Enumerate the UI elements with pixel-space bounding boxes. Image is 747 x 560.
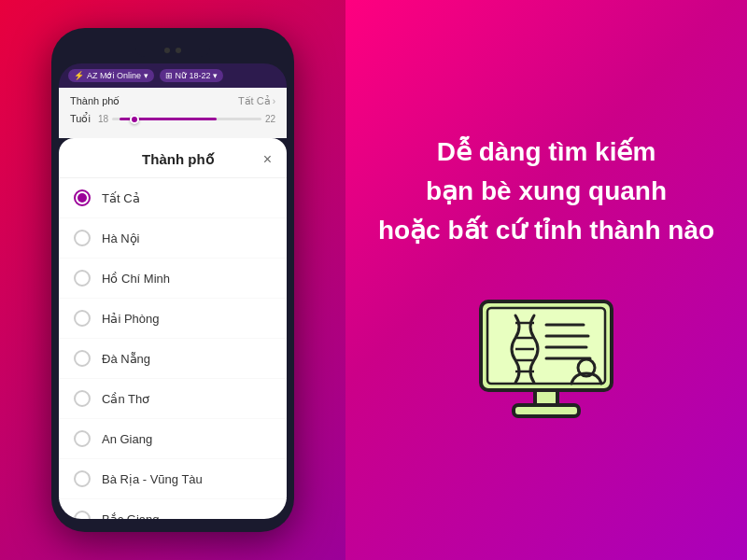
radio-tat-ca[interactable]	[74, 189, 91, 206]
slider-track	[112, 118, 261, 120]
filter-label: Nữ 18-22	[176, 71, 211, 80]
list-item[interactable]: Cần Thơ	[59, 379, 287, 419]
age-slider[interactable]: 18 22	[98, 114, 275, 124]
monitor-svg	[467, 297, 626, 427]
list-item[interactable]: Hà Nội	[59, 218, 287, 259]
age-filter-row: Tuổi 18 22	[70, 113, 275, 125]
age-filter-label: Tuổi	[70, 113, 91, 125]
phone-notch-area	[59, 41, 287, 60]
radio-bac-giang[interactable]	[74, 511, 91, 519]
age-max-label: 22	[265, 114, 275, 124]
city-filter-row[interactable]: Thành phố Tất Cả ›	[70, 95, 275, 107]
text-line2: bạn bè xung quanh	[426, 176, 667, 205]
filter-chevron: ▾	[213, 71, 218, 80]
list-item[interactable]: An Giang	[59, 419, 287, 459]
modal-header: Thành phố ×	[59, 138, 287, 178]
filter-button[interactable]: ⊞ Nữ 18-22 ▾	[160, 69, 223, 82]
phone-screen: ⚡ AZ Mới Online ▾ ⊞ Nữ 18-22 ▾ Thành phố…	[59, 63, 287, 519]
modal-list: Tất Cả Hà Nội Hồ Chí Minh Hải Phòng	[59, 178, 287, 519]
item-label: Hải Phòng	[102, 312, 159, 326]
radio-ha-noi[interactable]	[74, 230, 91, 246]
list-item[interactable]: Đà Nẵng	[59, 339, 287, 379]
badge-label: AZ Mới Online	[87, 71, 141, 80]
city-filter-label: Thành phố	[70, 95, 120, 107]
phone-notch	[135, 44, 210, 57]
svg-rect-3	[514, 405, 579, 416]
notch-camera	[164, 48, 170, 53]
item-label: Tất Cả	[102, 191, 140, 205]
monitor-illustration	[467, 297, 626, 427]
item-label: Cần Thơ	[102, 392, 149, 406]
notch-sensor	[176, 48, 181, 53]
item-label: Hà Nội	[102, 231, 140, 245]
item-label: Hồ Chí Minh	[102, 272, 170, 286]
top-bar: ⚡ AZ Mới Online ▾ ⊞ Nữ 18-22 ▾	[59, 63, 287, 88]
city-filter-value: Tất Cả ›	[238, 95, 275, 107]
item-label: Đà Nẵng	[102, 352, 150, 366]
badge-chevron: ▾	[144, 71, 148, 80]
filter-icon: ⊞	[165, 71, 173, 80]
phone-frame: ⚡ AZ Mới Online ▾ ⊞ Nữ 18-22 ▾ Thành phố…	[51, 28, 294, 532]
radio-hai-phong[interactable]	[74, 310, 91, 327]
modal-title: Thành phố	[92, 151, 263, 168]
right-section: Dễ dàng tìm kiếm bạn bè xung quanh hoặc …	[345, 0, 747, 560]
text-line1: Dễ dàng tìm kiếm	[437, 137, 656, 166]
city-modal: Thành phố × Tất Cả Hà Nội	[59, 138, 287, 519]
item-label: An Giang	[102, 432, 152, 446]
online-badge[interactable]: ⚡ AZ Mới Online ▾	[68, 69, 154, 82]
item-label: Bà Rịa - Vũng Tàu	[102, 472, 203, 486]
filter-panel: Thành phố Tất Cả › Tuổi 18 22	[59, 88, 287, 138]
badge-icon: ⚡	[74, 71, 84, 80]
radio-ba-ria[interactable]	[74, 470, 91, 487]
city-chevron-icon: ›	[273, 96, 275, 106]
text-line3: hoặc bất cứ tỉnh thành nào	[378, 216, 714, 245]
list-item[interactable]: Hồ Chí Minh	[59, 259, 287, 299]
left-section: ⚡ AZ Mới Online ▾ ⊞ Nữ 18-22 ▾ Thành phố…	[0, 0, 345, 560]
promo-text: Dễ dàng tìm kiếm bạn bè xung quanh hoặc …	[378, 133, 714, 250]
item-label: Bắc Giang	[102, 512, 159, 520]
radio-hcm[interactable]	[74, 270, 91, 287]
modal-close-button[interactable]: ×	[263, 151, 272, 168]
list-item[interactable]: Bắc Giang	[59, 499, 287, 519]
radio-can-tho[interactable]	[74, 390, 91, 407]
slider-thumb[interactable]	[130, 115, 139, 124]
list-item[interactable]: Tất Cả	[59, 178, 287, 218]
radio-inner	[78, 193, 87, 203]
radio-da-nang[interactable]	[74, 350, 91, 367]
age-min-label: 18	[98, 114, 108, 124]
list-item[interactable]: Bà Rịa - Vũng Tàu	[59, 459, 287, 499]
list-item[interactable]: Hải Phòng	[59, 299, 287, 339]
radio-an-giang[interactable]	[74, 430, 91, 447]
